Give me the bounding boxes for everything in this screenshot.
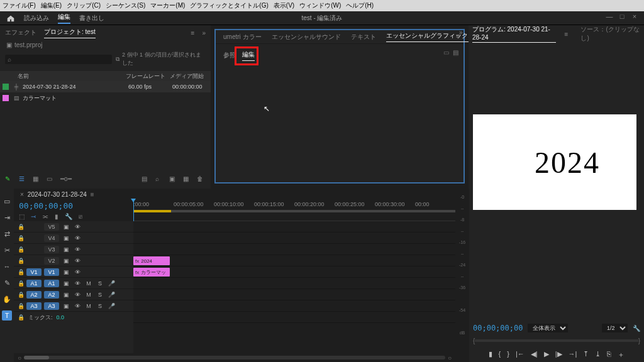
source-patch[interactable]: A2 (26, 291, 42, 299)
work-area-bar[interactable] (133, 210, 171, 212)
extract-icon[interactable]: ⤓ (595, 350, 601, 359)
eye-icon[interactable]: 👁 (73, 280, 82, 287)
snap-icon[interactable]: ⤙ (31, 213, 36, 220)
track-header-v1[interactable]: 🔒V1V1▣👁 (14, 266, 133, 278)
mute-icon[interactable]: M (84, 280, 93, 287)
eye-icon[interactable]: 👁 (73, 224, 82, 230)
nest-icon[interactable]: ⬚ (19, 213, 25, 220)
lock-icon[interactable]: 🔒 (18, 292, 24, 298)
panel-menu-icon[interactable]: ≡ (91, 191, 94, 198)
menu-graphics[interactable]: グラフィックとタイトル(G) (190, 1, 268, 10)
lane-v2[interactable]: fx2024 (133, 255, 455, 266)
col-mediastart[interactable]: メディア開始 (170, 72, 208, 80)
go-out-icon[interactable]: →| (569, 350, 577, 359)
lock-icon[interactable]: 🔒 (18, 235, 24, 241)
lock-icon[interactable]: 🔒 (18, 269, 24, 275)
col-name[interactable]: 名前 (0, 72, 126, 80)
zoom-thumb[interactable] (24, 356, 49, 359)
mute-icon[interactable]: M (84, 303, 93, 309)
col-framerate[interactable]: フレームレート (126, 72, 170, 80)
track-lanes[interactable]: fx2024fxカラーマッ (133, 221, 455, 353)
type-tool-icon[interactable]: T (2, 310, 12, 321)
toggle-output-icon[interactable]: ▣ (62, 235, 70, 241)
track-header-v5[interactable]: 🔒V5▣👁 (14, 221, 133, 233)
source-patch[interactable]: A3 (26, 302, 42, 310)
track-target[interactable]: A3 (44, 302, 59, 310)
toggle-output-icon[interactable]: ▣ (62, 280, 70, 287)
tab-source[interactable]: ソース：(クリップなし) (580, 25, 640, 43)
track-target[interactable]: A2 (44, 291, 59, 299)
fit-select[interactable]: 全体表示 (528, 324, 568, 332)
add-marker-icon[interactable]: ▮ (489, 350, 492, 359)
program-scrubber[interactable]: {} (473, 336, 640, 345)
menu-help[interactable]: ヘルプ(H) (346, 1, 374, 10)
export-frame-icon[interactable]: ⎘ (607, 350, 611, 359)
panel-chevron-icon[interactable]: » (202, 30, 206, 36)
program-timecode[interactable]: 00;00;00;00 (473, 324, 523, 332)
menu-file[interactable]: ファイル(F) (3, 1, 36, 10)
lock-icon[interactable]: 🔒 (18, 280, 24, 287)
track-target[interactable]: V4 (44, 234, 59, 242)
track-header-v2[interactable]: 🔒V2▣👁 (14, 255, 133, 266)
search-input[interactable] (5, 55, 112, 64)
track-header-v3[interactable]: 🔒V3▣👁 (14, 244, 133, 255)
icon-view-icon[interactable]: ▦ (33, 175, 42, 184)
workspace-export[interactable]: 書き出し (79, 14, 104, 23)
subtab-browse[interactable]: 参照 (223, 51, 236, 60)
project-row-matte[interactable]: ▤ カラーマット (0, 92, 211, 104)
minimize-icon[interactable]: — (604, 11, 615, 21)
zoom-slider[interactable]: ━o━ (60, 175, 69, 184)
track-target[interactable]: V3 (44, 246, 59, 253)
solo-icon[interactable]: S (96, 280, 104, 287)
track-header-v4[interactable]: 🔒V4▣👁 (14, 233, 133, 244)
track-target[interactable]: V1 (44, 268, 59, 276)
timeline-zoom-scroll[interactable]: ○ ○ (14, 353, 455, 362)
panel-menu-icon[interactable]: ≡ (565, 31, 569, 38)
clip-color-matte[interactable]: fxカラーマッ (133, 268, 170, 277)
eye-icon[interactable]: 👁 (73, 292, 82, 298)
search-icon[interactable]: ⌕ (155, 175, 164, 184)
step-back-icon[interactable]: ◀| (531, 350, 538, 359)
toggle-output-icon[interactable]: ▣ (62, 258, 70, 264)
play-icon[interactable]: ▶ (544, 350, 549, 359)
menu-view[interactable]: 表示(V) (274, 1, 294, 10)
solo-icon[interactable]: S (96, 303, 104, 309)
razor-tool-icon[interactable]: ✂ (2, 245, 12, 255)
marker-icon[interactable]: ▮ (55, 213, 58, 220)
playhead-timecode[interactable]: 00;00;00;00 (19, 201, 128, 211)
maximize-icon[interactable]: □ (616, 11, 628, 21)
filter-icon[interactable]: ⧉ (116, 56, 119, 63)
menu-marker[interactable]: マーカー(M) (150, 1, 185, 10)
layer-panel-icon[interactable]: ▭ (443, 49, 449, 56)
menu-sequence[interactable]: シーケンス(S) (106, 1, 145, 10)
track-target[interactable]: V2 (44, 257, 59, 265)
resolution-select[interactable]: 1/2 (602, 324, 628, 332)
track-target[interactable]: A1 (44, 280, 59, 287)
menu-edit[interactable]: 編集(E) (41, 1, 62, 10)
lock-icon[interactable]: 🔒 (18, 224, 24, 230)
slip-tool-icon[interactable]: ↔ (2, 261, 12, 272)
button-editor-icon[interactable]: ＋ (618, 350, 625, 359)
link-icon[interactable]: ⫘ (42, 213, 48, 220)
eye-icon[interactable]: 👁 (73, 303, 82, 309)
tab-text[interactable]: テキスト (351, 33, 376, 41)
project-row-sequence[interactable]: ╪ 2024-07-30 21-28-24 60.00 fps 00:00:00… (0, 81, 211, 92)
out-point-icon[interactable]: } (507, 350, 509, 359)
lift-icon[interactable]: ⤒ (583, 350, 589, 359)
home-icon[interactable] (6, 14, 15, 23)
ripple-tool-icon[interactable]: ⇄ (2, 229, 12, 239)
tab-lumetri[interactable]: umetri カラー (223, 33, 262, 41)
clip-text-2024[interactable]: fx2024 (133, 256, 170, 265)
sequence-name[interactable]: 2024-07-30 21-28-24 (28, 191, 87, 198)
toggle-output-icon[interactable]: ▣ (62, 269, 70, 275)
lane-a3[interactable] (133, 300, 455, 312)
eye-icon[interactable]: 👁 (73, 269, 82, 275)
tab-project[interactable]: プロジェクト: test (44, 28, 96, 38)
close-icon[interactable]: × (629, 11, 640, 21)
toggle-output-icon[interactable]: ▣ (62, 303, 70, 309)
solo-icon[interactable]: S (96, 292, 104, 298)
track-header-a1[interactable]: 🔒A1A1▣👁MS🎤 (14, 278, 133, 289)
mic-icon[interactable]: 🎤 (107, 303, 116, 309)
close-sequence-icon[interactable]: × (20, 191, 24, 198)
lock-icon[interactable]: 🔒 (18, 258, 24, 264)
